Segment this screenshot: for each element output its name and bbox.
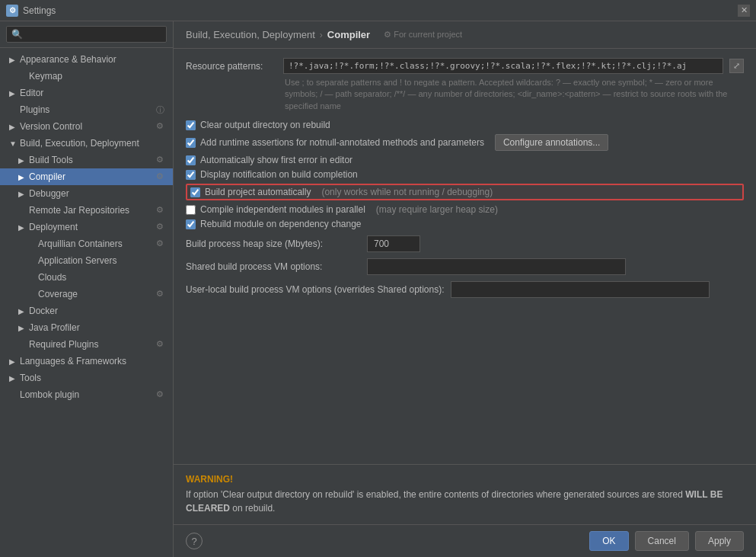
add-runtime-checkbox[interactable] (186, 138, 196, 148)
breadcrumb-current: Compiler (327, 29, 370, 40)
content-header: Build, Execution, Deployment › Compiler … (174, 21, 756, 49)
sidebar-item-label: Remote Jar Repositories (29, 205, 153, 216)
shared-vm-label: Shared build process VM options: (186, 261, 361, 272)
sidebar-item-label: Editor (20, 88, 167, 98)
sidebar-item-debugger[interactable]: ▶ Debugger (0, 185, 173, 202)
configure-annotations-button[interactable]: Configure annotations... (495, 134, 608, 151)
apply-button[interactable]: Apply (695, 531, 744, 551)
breadcrumb-arrow: › (320, 30, 323, 40)
build-auto-label: Build project automatically (205, 187, 311, 197)
sidebar-item-clouds[interactable]: Clouds (0, 269, 173, 286)
heap-size-input[interactable] (367, 235, 420, 252)
sidebar-item-label: Debugger (29, 188, 167, 199)
sidebar-item-java-profiler[interactable]: ▶ Java Profiler (0, 319, 173, 336)
settings-icon: ⚙ (156, 121, 167, 132)
warning-text-part2: on rebuild. (230, 503, 275, 514)
sidebar-item-label: Version Control (20, 121, 153, 132)
compile-parallel-row: Compile independent modules in parallel … (186, 204, 744, 215)
sidebar-item-label: Build, Execution, Deployment (20, 138, 167, 149)
user-vm-row: User-local build process VM options (ove… (186, 281, 744, 298)
compile-parallel-label: Compile independent modules in parallel (200, 204, 365, 215)
build-auto-row: Build project automatically (only works … (186, 184, 744, 200)
arrow-icon: ▶ (18, 190, 27, 198)
build-auto-note: (only works while not running / debuggin… (321, 187, 493, 197)
sidebar-item-appearance[interactable]: ▶ Appearance & Behavior (0, 51, 173, 68)
sidebar: ▶ Appearance & Behavior Keymap ▶ Editor … (0, 21, 174, 557)
sidebar-item-compiler[interactable]: ▶ Compiler ⚙ (0, 168, 173, 185)
settings-icon: ⚙ (156, 155, 167, 165)
sidebar-item-keymap[interactable]: Keymap (0, 68, 173, 85)
title-bar-text: Settings (23, 5, 738, 16)
heap-size-label: Build process heap size (Mbytes): (186, 238, 361, 249)
resource-patterns-input[interactable] (283, 58, 723, 74)
arrow-icon: ▶ (18, 173, 27, 181)
rebuild-module-row: Rebuild module on dependency change (186, 219, 744, 229)
sidebar-item-coverage[interactable]: Coverage ⚙ (0, 286, 173, 303)
settings-icon: ⚙ (156, 339, 167, 350)
arrow-icon: ▶ (18, 223, 27, 232)
auto-show-error-row: Automatically show first error in editor (186, 155, 744, 165)
shared-vm-input[interactable] (367, 258, 626, 275)
sidebar-item-label: Compiler (29, 171, 153, 182)
help-button[interactable]: ? (186, 533, 203, 549)
user-vm-label: User-local build process VM options (ove… (186, 284, 445, 295)
resource-patterns-expand-btn[interactable]: ⤢ (729, 59, 744, 73)
display-notification-checkbox[interactable] (186, 170, 196, 180)
sidebar-item-lombok[interactable]: Lombok plugin ⚙ (0, 386, 173, 403)
sidebar-item-editor[interactable]: ▶ Editor (0, 85, 173, 101)
sidebar-item-languages[interactable]: ▶ Languages & Frameworks (0, 353, 173, 370)
sidebar-item-docker[interactable]: ▶ Docker (0, 303, 173, 319)
display-notification-row: Display notification on build completion (186, 169, 744, 180)
sidebar-item-version-control[interactable]: ▶ Version Control ⚙ (0, 118, 173, 135)
arrow-icon: ▶ (9, 374, 18, 383)
resource-patterns-row: Resource patterns: ⤢ (186, 58, 744, 74)
sidebar-item-label: Clouds (38, 272, 167, 283)
sidebar-item-build-execution[interactable]: ▼ Build, Execution, Deployment (0, 135, 173, 152)
settings-icon: ⚙ (156, 205, 167, 216)
content-area: Resource patterns: ⤢ Use ; to separate p… (174, 49, 756, 557)
settings-icon: ⚙ (156, 289, 167, 299)
sidebar-item-label: Application Servers (38, 255, 167, 266)
search-input[interactable] (6, 26, 167, 43)
sidebar-item-remote-jar[interactable]: Remote Jar Repositories ⚙ (0, 202, 173, 219)
sidebar-item-label: Tools (20, 373, 167, 383)
sidebar-item-label: Deployment (29, 222, 153, 232)
arrow-icon: ▶ (9, 357, 18, 366)
sidebar-item-build-tools[interactable]: ▶ Build Tools ⚙ (0, 152, 173, 168)
rebuild-module-checkbox[interactable] (186, 219, 196, 229)
badge-icon: ⓘ (156, 104, 167, 115)
auto-show-error-checkbox[interactable] (186, 155, 196, 165)
clear-output-label: Clear output directory on rebuild (200, 120, 330, 130)
sidebar-item-required-plugins[interactable]: Required Plugins ⚙ (0, 336, 173, 353)
sidebar-item-label: Coverage (38, 289, 153, 299)
title-bar: ⚙ Settings ✕ (0, 0, 756, 21)
sidebar-item-tools[interactable]: ▶ Tools (0, 370, 173, 386)
arrow-icon: ▶ (9, 123, 18, 131)
cancel-button[interactable]: Cancel (635, 531, 689, 551)
sidebar-item-label: Plugins (20, 104, 153, 115)
arrow-icon: ▼ (9, 139, 18, 148)
app-icon: ⚙ (6, 5, 18, 17)
bottom-bar: ? OK Cancel Apply (174, 524, 756, 557)
settings-icon: ⚙ (156, 222, 167, 232)
compile-parallel-checkbox[interactable] (186, 205, 196, 215)
sidebar-item-deployment[interactable]: ▶ Deployment ⚙ (0, 219, 173, 235)
search-box (0, 21, 173, 48)
sidebar-item-label: Keymap (29, 71, 167, 82)
sidebar-item-arquillian[interactable]: Arquillian Containers ⚙ (0, 235, 173, 252)
sidebar-item-plugins[interactable]: Plugins ⓘ (0, 101, 173, 118)
warning-text: If option 'Clear output directory on reb… (186, 488, 744, 515)
settings-icon: ⚙ (156, 389, 167, 400)
sidebar-item-label: Appearance & Behavior (20, 54, 167, 65)
close-button[interactable]: ✕ (738, 5, 750, 17)
clear-output-checkbox[interactable] (186, 120, 196, 130)
ok-button[interactable]: OK (589, 531, 628, 551)
resource-patterns-label: Resource patterns: (186, 61, 277, 72)
user-vm-input[interactable] (451, 281, 710, 298)
sidebar-tree: ▶ Appearance & Behavior Keymap ▶ Editor … (0, 48, 173, 557)
arrow-icon: ▶ (9, 89, 18, 98)
sidebar-item-label: Required Plugins (29, 339, 153, 350)
build-auto-checkbox[interactable] (190, 187, 200, 197)
add-runtime-row: Add runtime assertions for notnull-annot… (186, 134, 744, 151)
sidebar-item-app-servers[interactable]: Application Servers (0, 252, 173, 269)
